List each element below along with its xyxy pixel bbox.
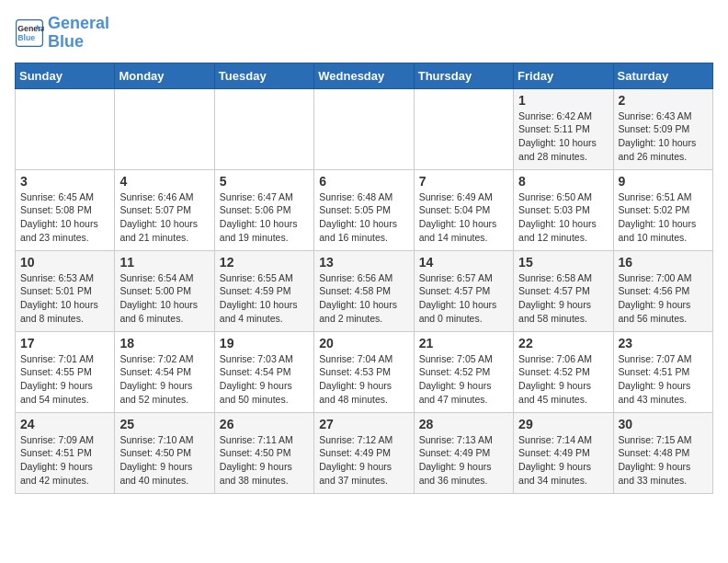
day-info: Sunrise: 6:50 AM Sunset: 5:03 PM Dayligh… xyxy=(518,190,608,245)
day-number: 2 xyxy=(619,93,708,108)
page-header: General Blue GeneralBlue xyxy=(15,15,713,52)
week-row-2: 3Sunrise: 6:45 AM Sunset: 5:08 PM Daylig… xyxy=(16,169,713,250)
day-info: Sunrise: 6:49 AM Sunset: 5:04 PM Dayligh… xyxy=(419,190,508,245)
day-info: Sunrise: 7:04 AM Sunset: 4:53 PM Dayligh… xyxy=(319,352,408,407)
day-cell: 11Sunrise: 6:54 AM Sunset: 5:00 PM Dayli… xyxy=(115,250,214,331)
day-cell: 27Sunrise: 7:12 AM Sunset: 4:49 PM Dayli… xyxy=(314,412,414,493)
day-info: Sunrise: 6:51 AM Sunset: 5:02 PM Dayligh… xyxy=(619,190,708,245)
day-number: 4 xyxy=(119,174,209,189)
day-cell: 10Sunrise: 6:53 AM Sunset: 5:01 PM Dayli… xyxy=(16,250,115,331)
day-cell xyxy=(16,88,115,169)
day-cell: 9Sunrise: 6:51 AM Sunset: 5:02 PM Daylig… xyxy=(613,169,712,250)
day-info: Sunrise: 6:58 AM Sunset: 4:57 PM Dayligh… xyxy=(518,271,608,326)
day-cell: 25Sunrise: 7:10 AM Sunset: 4:50 PM Dayli… xyxy=(115,412,214,493)
day-number: 13 xyxy=(319,255,408,270)
day-cell: 7Sunrise: 6:49 AM Sunset: 5:04 PM Daylig… xyxy=(414,169,513,250)
day-info: Sunrise: 7:03 AM Sunset: 4:54 PM Dayligh… xyxy=(220,352,309,407)
day-number: 11 xyxy=(119,255,209,270)
col-header-tuesday: Tuesday xyxy=(214,63,313,88)
day-cell: 14Sunrise: 6:57 AM Sunset: 4:57 PM Dayli… xyxy=(414,250,513,331)
day-cell: 13Sunrise: 6:56 AM Sunset: 4:58 PM Dayli… xyxy=(314,250,414,331)
week-row-3: 10Sunrise: 6:53 AM Sunset: 5:01 PM Dayli… xyxy=(16,250,713,331)
day-cell: 12Sunrise: 6:55 AM Sunset: 4:59 PM Dayli… xyxy=(214,250,313,331)
day-number: 25 xyxy=(119,417,209,431)
day-cell xyxy=(414,88,513,169)
svg-text:Blue: Blue xyxy=(17,33,35,42)
day-cell: 29Sunrise: 7:14 AM Sunset: 4:49 PM Dayli… xyxy=(514,412,613,493)
day-cell: 17Sunrise: 7:01 AM Sunset: 4:55 PM Dayli… xyxy=(16,331,115,412)
day-info: Sunrise: 7:00 AM Sunset: 4:56 PM Dayligh… xyxy=(619,271,708,326)
day-cell: 19Sunrise: 7:03 AM Sunset: 4:54 PM Dayli… xyxy=(214,331,313,412)
col-header-saturday: Saturday xyxy=(613,63,712,88)
week-row-4: 17Sunrise: 7:01 AM Sunset: 4:55 PM Dayli… xyxy=(16,331,713,412)
day-info: Sunrise: 7:06 AM Sunset: 4:52 PM Dayligh… xyxy=(518,352,608,407)
day-cell: 6Sunrise: 6:48 AM Sunset: 5:05 PM Daylig… xyxy=(314,169,414,250)
day-number: 29 xyxy=(518,417,608,431)
day-info: Sunrise: 6:56 AM Sunset: 4:58 PM Dayligh… xyxy=(319,271,408,326)
day-number: 17 xyxy=(20,336,109,350)
day-number: 20 xyxy=(319,336,408,350)
day-info: Sunrise: 6:53 AM Sunset: 5:01 PM Dayligh… xyxy=(20,271,109,326)
day-number: 5 xyxy=(220,174,309,189)
day-number: 7 xyxy=(419,174,508,189)
logo-text: GeneralBlue xyxy=(48,15,109,52)
day-info: Sunrise: 6:57 AM Sunset: 4:57 PM Dayligh… xyxy=(419,271,508,326)
day-info: Sunrise: 7:09 AM Sunset: 4:51 PM Dayligh… xyxy=(20,433,109,488)
day-cell xyxy=(314,88,414,169)
logo: General Blue GeneralBlue xyxy=(15,15,109,52)
day-cell: 20Sunrise: 7:04 AM Sunset: 4:53 PM Dayli… xyxy=(314,331,414,412)
day-number: 18 xyxy=(119,336,209,350)
day-cell: 24Sunrise: 7:09 AM Sunset: 4:51 PM Dayli… xyxy=(16,412,115,493)
day-info: Sunrise: 7:07 AM Sunset: 4:51 PM Dayligh… xyxy=(619,352,708,407)
day-number: 28 xyxy=(419,417,508,431)
day-cell: 8Sunrise: 6:50 AM Sunset: 5:03 PM Daylig… xyxy=(514,169,613,250)
day-cell xyxy=(115,88,214,169)
day-info: Sunrise: 6:46 AM Sunset: 5:07 PM Dayligh… xyxy=(119,190,209,245)
day-cell: 3Sunrise: 6:45 AM Sunset: 5:08 PM Daylig… xyxy=(16,169,115,250)
day-number: 12 xyxy=(220,255,309,270)
day-info: Sunrise: 6:55 AM Sunset: 4:59 PM Dayligh… xyxy=(220,271,309,326)
day-cell: 5Sunrise: 6:47 AM Sunset: 5:06 PM Daylig… xyxy=(214,169,313,250)
day-cell: 18Sunrise: 7:02 AM Sunset: 4:54 PM Dayli… xyxy=(115,331,214,412)
day-number: 16 xyxy=(619,255,708,270)
day-info: Sunrise: 7:05 AM Sunset: 4:52 PM Dayligh… xyxy=(419,352,508,407)
day-cell: 23Sunrise: 7:07 AM Sunset: 4:51 PM Dayli… xyxy=(613,331,712,412)
day-number: 27 xyxy=(319,417,408,431)
day-cell: 4Sunrise: 6:46 AM Sunset: 5:07 PM Daylig… xyxy=(115,169,214,250)
day-number: 26 xyxy=(220,417,309,431)
col-header-wednesday: Wednesday xyxy=(314,63,414,88)
day-info: Sunrise: 6:48 AM Sunset: 5:05 PM Dayligh… xyxy=(319,190,408,245)
day-cell xyxy=(214,88,313,169)
day-cell: 26Sunrise: 7:11 AM Sunset: 4:50 PM Dayli… xyxy=(214,412,313,493)
day-info: Sunrise: 7:12 AM Sunset: 4:49 PM Dayligh… xyxy=(319,433,408,488)
day-cell: 2Sunrise: 6:43 AM Sunset: 5:09 PM Daylig… xyxy=(613,88,712,169)
day-number: 21 xyxy=(419,336,508,350)
logo-icon: General Blue xyxy=(15,18,44,48)
day-cell: 21Sunrise: 7:05 AM Sunset: 4:52 PM Dayli… xyxy=(414,331,513,412)
day-info: Sunrise: 7:02 AM Sunset: 4:54 PM Dayligh… xyxy=(119,352,209,407)
day-number: 15 xyxy=(518,255,608,270)
week-row-5: 24Sunrise: 7:09 AM Sunset: 4:51 PM Dayli… xyxy=(16,412,713,493)
day-info: Sunrise: 7:14 AM Sunset: 4:49 PM Dayligh… xyxy=(518,433,608,488)
day-cell: 28Sunrise: 7:13 AM Sunset: 4:49 PM Dayli… xyxy=(414,412,513,493)
day-info: Sunrise: 7:01 AM Sunset: 4:55 PM Dayligh… xyxy=(20,352,109,407)
day-number: 1 xyxy=(518,93,608,108)
day-info: Sunrise: 6:45 AM Sunset: 5:08 PM Dayligh… xyxy=(20,190,109,245)
day-number: 9 xyxy=(619,174,708,189)
day-cell: 16Sunrise: 7:00 AM Sunset: 4:56 PM Dayli… xyxy=(613,250,712,331)
day-number: 23 xyxy=(619,336,708,350)
col-header-friday: Friday xyxy=(514,63,613,88)
day-info: Sunrise: 6:43 AM Sunset: 5:09 PM Dayligh… xyxy=(619,109,708,164)
week-row-1: 1Sunrise: 6:42 AM Sunset: 5:11 PM Daylig… xyxy=(16,88,713,169)
day-info: Sunrise: 6:54 AM Sunset: 5:00 PM Dayligh… xyxy=(119,271,209,326)
day-info: Sunrise: 6:42 AM Sunset: 5:11 PM Dayligh… xyxy=(518,109,608,164)
col-header-thursday: Thursday xyxy=(414,63,513,88)
col-header-monday: Monday xyxy=(115,63,214,88)
day-number: 24 xyxy=(20,417,109,431)
day-info: Sunrise: 7:11 AM Sunset: 4:50 PM Dayligh… xyxy=(220,433,309,488)
day-cell: 1Sunrise: 6:42 AM Sunset: 5:11 PM Daylig… xyxy=(514,88,613,169)
day-cell: 30Sunrise: 7:15 AM Sunset: 4:48 PM Dayli… xyxy=(613,412,712,493)
day-number: 6 xyxy=(319,174,408,189)
day-number: 19 xyxy=(220,336,309,350)
day-number: 3 xyxy=(20,174,109,189)
